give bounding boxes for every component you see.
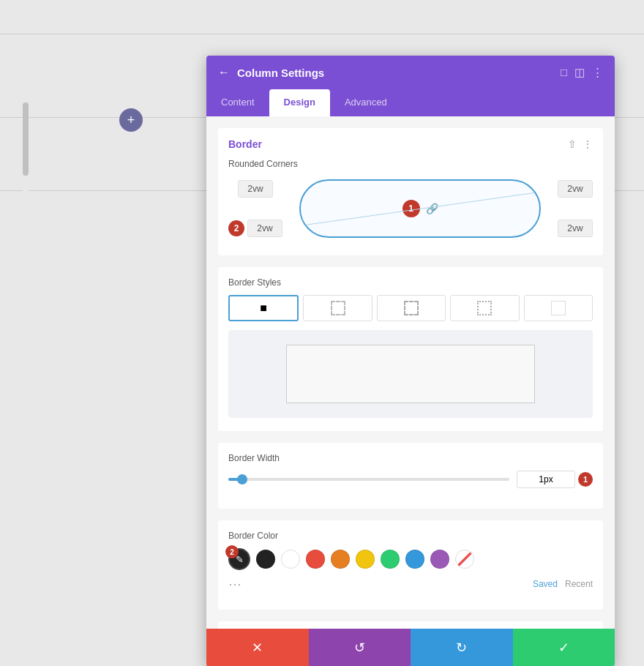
modal-title: Column Settings — [237, 67, 553, 79]
border-section-header: Border ⇧ ⋮ — [228, 138, 593, 150]
swatch-transparent[interactable] — [455, 550, 474, 569]
solid-border-icon: ■ — [260, 302, 267, 315]
resize-icon[interactable]: □ — [561, 66, 567, 79]
save-button[interactable]: ✓ — [513, 629, 615, 666]
modal-content: Border ⇧ ⋮ Rounded Corners 2vw 2 2vw — [206, 116, 615, 629]
redo-button[interactable]: ↻ — [411, 629, 513, 666]
border-style-section: Border Style Solid Dashed Dotted Double … — [218, 621, 603, 629]
swatch-blue[interactable] — [405, 550, 424, 569]
tab-bar: Content Design Advanced — [206, 89, 615, 116]
preview-badge-row: 1 🔗 — [402, 200, 438, 217]
rounded-preview: 1 🔗 — [299, 179, 541, 238]
border-width-input[interactable] — [517, 471, 575, 488]
tab-content[interactable]: Content — [206, 89, 269, 116]
corner-bottom-right[interactable]: 2vw — [558, 220, 593, 237]
border-styles-section: Border Styles ■ — [218, 267, 603, 431]
saved-recent-links: Saved Recent — [533, 579, 593, 589]
color-picker-button[interactable]: 2 ✎ — [228, 548, 250, 570]
back-icon[interactable]: ← — [218, 66, 230, 79]
swatch-red[interactable] — [306, 550, 325, 569]
tab-design[interactable]: Design — [269, 89, 330, 116]
bg-line-1 — [0, 34, 644, 34]
border-style-dashed-medium[interactable] — [377, 295, 446, 321]
none-border-icon — [551, 301, 566, 315]
border-style-dashed-light[interactable] — [303, 295, 372, 321]
border-preview — [228, 330, 593, 418]
scrollbar-thumb[interactable] — [23, 102, 29, 176]
border-width-badge: 1 — [578, 472, 593, 487]
column-settings-modal: ← Column Settings □ ◫ ⋮ Content Design A… — [206, 56, 615, 666]
more-colors-icon[interactable]: ⋯ — [228, 576, 242, 592]
border-width-slider-row: 1 — [228, 471, 593, 488]
dashed-medium-icon — [404, 301, 419, 315]
header-icons: □ ◫ ⋮ — [561, 66, 603, 79]
section-controls: ⇧ ⋮ — [568, 138, 593, 150]
border-width-thumb[interactable] — [237, 474, 247, 484]
corner-top-right[interactable]: 2vw — [558, 180, 593, 198]
color-swatches-row: 2 ✎ — [228, 548, 593, 570]
border-width-section: Border Width 1 — [218, 443, 603, 509]
badge-2: 2 — [228, 220, 244, 236]
right-corner-values: 2vw 2vw — [558, 180, 593, 237]
swatch-white[interactable] — [281, 550, 300, 569]
rounded-preview-container: 1 🔗 — [290, 179, 550, 238]
swatch-purple[interactable] — [430, 550, 449, 569]
color-picker-badge: 2 — [225, 545, 239, 558]
dashed-light-icon — [331, 301, 345, 315]
border-styles-grid: ■ — [228, 295, 593, 321]
border-width-label: Border Width — [228, 453, 593, 463]
border-width-input-group: 1 — [517, 471, 593, 488]
collapse-icon[interactable]: ⇧ — [568, 138, 577, 150]
border-styles-label: Border Styles — [228, 277, 593, 288]
add-section-button[interactable]: + — [119, 108, 143, 132]
swatch-green[interactable] — [381, 550, 400, 569]
rounded-corners-label: Rounded Corners — [228, 159, 593, 169]
swatch-black[interactable] — [256, 550, 275, 569]
dashed-heavy-icon — [477, 301, 492, 315]
border-width-track[interactable] — [228, 478, 509, 481]
swatch-orange[interactable] — [331, 550, 350, 569]
scrollbar-track[interactable] — [23, 88, 29, 454]
border-style-dashed-heavy[interactable] — [450, 295, 519, 321]
saved-link[interactable]: Saved — [533, 579, 558, 589]
border-color-section: Border Color 2 ✎ ⋯ Saved — [218, 520, 603, 610]
corner-bottom-left[interactable]: 2vw — [247, 220, 282, 237]
corner-top-left[interactable]: 2vw — [238, 180, 273, 198]
border-style-none[interactable] — [524, 295, 593, 321]
border-color-label: Border Color — [228, 531, 593, 541]
border-style-solid[interactable]: ■ — [228, 295, 299, 321]
preview-badge-1: 1 — [402, 200, 420, 217]
modal-footer: ✕ ↺ ↻ ✓ — [206, 629, 615, 666]
rounded-corners-widget: 2vw 2 2vw 1 🔗 — [228, 176, 593, 245]
corner-bottom-left-row: 2 2vw — [228, 220, 282, 237]
section-menu-icon[interactable]: ⋮ — [583, 138, 593, 150]
border-preview-inner — [286, 345, 535, 403]
color-meta-row: ⋯ Saved Recent — [228, 576, 593, 592]
more-icon[interactable]: ⋮ — [592, 66, 603, 79]
split-icon[interactable]: ◫ — [574, 66, 585, 79]
left-corner-values: 2vw 2 2vw — [228, 180, 282, 237]
swatch-yellow[interactable] — [356, 550, 375, 569]
reset-button[interactable]: ↺ — [309, 629, 411, 666]
tab-advanced[interactable]: Advanced — [330, 89, 402, 116]
cancel-button[interactable]: ✕ — [206, 629, 309, 666]
preview-link-icon[interactable]: 🔗 — [426, 203, 438, 214]
border-section: Border ⇧ ⋮ Rounded Corners 2vw 2 2vw — [218, 128, 603, 255]
recent-link[interactable]: Recent — [565, 579, 593, 589]
modal-header: ← Column Settings □ ◫ ⋮ — [206, 56, 615, 89]
border-section-title: Border — [228, 138, 262, 150]
